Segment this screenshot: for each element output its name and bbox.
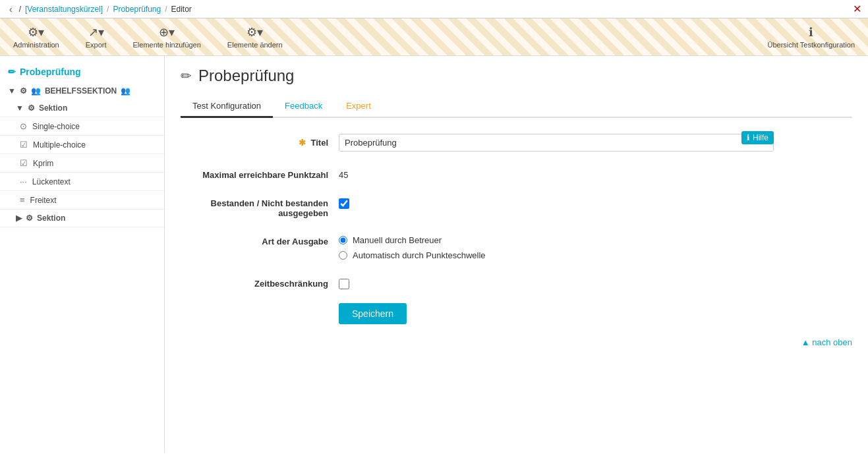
page-title-area: ✏ Probeprüfung xyxy=(181,67,852,85)
bestanden-row: Bestanden / Nicht bestanden ausgegeben xyxy=(181,192,774,218)
art-row: Art der Ausgabe Manuell durch Betreuer A… xyxy=(181,230,774,260)
art-label-cell: Art der Ausgabe xyxy=(181,233,339,246)
radio-manuell-text: Manuell durch Betreuer xyxy=(353,235,442,245)
zeitbeschraenkung-label: Zeitbeschränkung xyxy=(254,279,328,289)
content-area: ✏ Probeprüfung Test Konfiguration Feedba… xyxy=(165,56,868,453)
tab-expert[interactable]: Expert xyxy=(334,96,383,118)
behelfssektion-label: BEHELFSSEKTION xyxy=(45,86,117,96)
close-button[interactable]: ✕ xyxy=(853,3,861,15)
back-button[interactable]: ‹ xyxy=(7,4,15,14)
required-star: ✱ xyxy=(299,138,306,148)
add-label: Elemente hinzufügen xyxy=(133,41,201,49)
breadcrumb-sep2: / xyxy=(107,5,109,14)
sektion2-icon: ⚙ xyxy=(26,214,33,223)
breadcrumb-editor: Editor xyxy=(171,5,192,14)
breadcrumb-veranstaltung[interactable]: [Veranstaltungskürzel] xyxy=(25,5,103,14)
change-icon: ⚙▾ xyxy=(246,25,263,40)
bestanden-label-cell: Bestanden / Nicht bestanden ausgegeben xyxy=(181,194,339,218)
titel-label-cell: ✱ Titel xyxy=(181,134,339,148)
bestanden-checkbox[interactable] xyxy=(339,198,349,209)
tab-konfiguration[interactable]: Test Konfiguration xyxy=(181,96,273,118)
gear-icon: ⚙▾ xyxy=(28,25,44,40)
radio-automatisch[interactable] xyxy=(339,251,347,260)
nach-oben[interactable]: ▲ nach oben xyxy=(181,324,852,354)
main-layout: ✏ Probeprüfung ▼ ⚙ 👥 BEHELFSSEKTION 👥 ▼ … xyxy=(0,56,868,453)
single-choice-label: Single-choice xyxy=(32,122,80,131)
info-icon: ℹ xyxy=(809,25,813,40)
radio-automatisch-label[interactable]: Automatisch durch Punkteschwelle xyxy=(339,250,774,260)
sidebar-sektion1[interactable]: ▼ ⚙ Sektion xyxy=(0,100,164,117)
radio-manuell[interactable] xyxy=(339,236,347,244)
zeitbeschraenkung-checkbox[interactable] xyxy=(339,279,349,289)
change-elements-button[interactable]: ⚙▾ Elemente ändern xyxy=(222,22,288,51)
administration-label: Administration xyxy=(13,41,59,49)
form-area: ℹ Hilfe ✱ Titel Maximal erreichbare Punk… xyxy=(181,131,774,324)
sidebar-item-lueckentext[interactable]: ··· Lückentext xyxy=(0,173,164,191)
add-elements-button[interactable]: ⊕▾ Elemente hinzufügen xyxy=(128,22,206,51)
zeitbeschraenkung-label-cell: Zeitbeschränkung xyxy=(181,275,339,289)
kprim-label: Kprim xyxy=(33,159,53,168)
section-icon1: ⚙ xyxy=(20,86,27,96)
breadcrumb-bar: ‹ / [Veranstaltungskürzel] / Probeprüfun… xyxy=(0,0,868,18)
export-label: Export xyxy=(86,41,107,49)
punkte-row: Maximal erreichbare Punktzahl 45 xyxy=(181,163,774,180)
page-title: Probeprüfung xyxy=(198,67,294,85)
sidebar-item-single-choice[interactable]: ⊙ Single-choice xyxy=(0,117,164,136)
breadcrumb-probeprüfung[interactable]: Probeprüfung xyxy=(113,5,161,14)
sidebar-pencil-icon: ✏ xyxy=(8,67,16,77)
lueckentext-label: Lückentext xyxy=(32,177,71,186)
lueckentext-icon: ··· xyxy=(20,177,27,186)
sidebar-item-multiple-choice[interactable]: ☑ Multiple-choice xyxy=(0,136,164,154)
toolbar: ⚙▾ Administration ↗▾ Export ⊕▾ Elemente … xyxy=(0,18,868,56)
change-label: Elemente ändern xyxy=(227,41,283,49)
sektion1-icon: ⚙ xyxy=(28,103,35,113)
art-value-cell: Manuell durch Betreuer Automatisch durch… xyxy=(339,233,774,260)
radio-manuell-label[interactable]: Manuell durch Betreuer xyxy=(339,235,774,245)
sidebar-item-freitext[interactable]: ≡ Freitext xyxy=(0,191,164,210)
breadcrumb-sep3: / xyxy=(165,5,167,14)
multiple-choice-label: Multiple-choice xyxy=(33,140,86,150)
sektion1-label: Sektion xyxy=(39,103,67,113)
bestanden-value-cell xyxy=(339,194,774,211)
sidebar-section-behelfs[interactable]: ▼ ⚙ 👥 BEHELFSSEKTION 👥 xyxy=(0,82,164,100)
sidebar-sektion2[interactable]: ▶ ⚙ Sektion xyxy=(0,210,164,227)
sidebar: ✏ Probeprüfung ▼ ⚙ 👥 BEHELFSSEKTION 👥 ▼ … xyxy=(0,56,165,453)
zeitbeschraenkung-value-cell xyxy=(339,275,774,291)
hilfe-button[interactable]: ℹ Hilfe xyxy=(741,131,774,144)
titel-value-cell xyxy=(339,134,774,152)
freitext-label: Freitext xyxy=(30,196,57,205)
sidebar-item-kprim[interactable]: ☑ Kprim xyxy=(0,154,164,173)
hilfe-label: Hilfe xyxy=(753,133,768,142)
titel-input[interactable] xyxy=(339,134,774,152)
add-icon: ⊕▾ xyxy=(159,25,175,40)
zeitbeschraenkung-row: Zeitbeschränkung xyxy=(181,272,774,291)
radio-icon: ⊙ xyxy=(20,121,27,131)
sidebar-title[interactable]: ✏ Probeprüfung xyxy=(0,61,164,82)
hilfe-icon: ℹ xyxy=(747,133,750,142)
checkbox-icon: ☑ xyxy=(20,140,28,150)
punkte-label: Maximal erreichbare Punktzahl xyxy=(202,170,328,180)
kprim-icon: ☑ xyxy=(20,158,28,168)
tab-feedback[interactable]: Feedback xyxy=(273,96,334,118)
bestanden-label: Bestanden / Nicht bestanden ausgegeben xyxy=(211,198,328,218)
punkte-value: 45 xyxy=(339,166,774,180)
section-icon2: 👥 xyxy=(31,86,41,96)
punkte-label-cell: Maximal erreichbare Punktzahl xyxy=(181,166,339,180)
arrow-down-icon2: ▼ xyxy=(16,103,24,113)
art-label: Art der Ausgabe xyxy=(262,237,328,246)
section-icon3: 👥 xyxy=(121,86,130,96)
page-pencil-icon: ✏ xyxy=(181,68,192,84)
radio-automatisch-text: Automatisch durch Punkteschwelle xyxy=(353,250,486,260)
overview-label: Übersicht Testkonfiguration xyxy=(768,41,855,49)
sektion2-label: Sektion xyxy=(37,214,65,223)
save-button[interactable]: Speichern xyxy=(339,303,407,324)
export-button[interactable]: ↗▾ Export xyxy=(80,22,112,51)
tab-bar: Test Konfiguration Feedback Expert xyxy=(181,96,852,118)
export-icon: ↗▾ xyxy=(88,25,104,40)
titel-label: Titel xyxy=(311,138,329,148)
save-row: Speichern xyxy=(181,303,774,324)
radio-group: Manuell durch Betreuer Automatisch durch… xyxy=(339,233,774,260)
administration-button[interactable]: ⚙▾ Administration xyxy=(8,22,65,51)
sidebar-title-label: Probeprüfung xyxy=(20,67,81,77)
overview-button[interactable]: ℹ Übersicht Testkonfiguration xyxy=(763,22,860,51)
